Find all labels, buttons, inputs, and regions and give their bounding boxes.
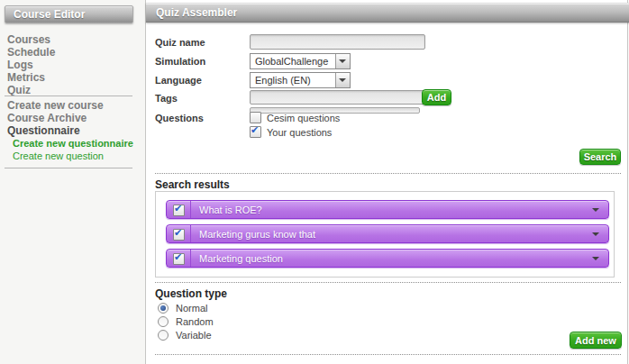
sidebar-nav: Courses Schedule Logs Metrics Quiz <box>7 34 55 97</box>
question-type-label-random: Random <box>176 316 214 327</box>
question-title: What is ROE? <box>199 205 262 215</box>
divider <box>155 354 621 355</box>
question-type-heading: Question type <box>155 287 227 300</box>
divider <box>155 173 621 174</box>
sidebar-item-courses[interactable]: Courses <box>7 34 55 46</box>
quiz-assembler-panel: Quiz Assembler Quiz name Simulation Glob… <box>145 0 628 364</box>
sidebar-item-create-new-course[interactable]: Create new course <box>7 100 133 112</box>
search-results-heading: Search results <box>155 178 230 191</box>
question-type-radio-variable[interactable] <box>158 330 169 341</box>
simulation-selected-value: GlobalChallenge <box>255 54 328 68</box>
language-label: Language <box>155 75 202 86</box>
question-checkbox[interactable]: ✔ <box>173 205 185 216</box>
question-checkbox[interactable]: ✔ <box>173 253 185 265</box>
simulation-select[interactable]: GlobalChallenge <box>250 53 351 69</box>
sidebar-item-schedule[interactable]: Schedule <box>7 47 55 59</box>
expand-arrow-icon[interactable] <box>592 257 599 260</box>
sidebar-link-create-new-questionnaire[interactable]: Create new questionnaire <box>13 138 133 150</box>
page-title: Quiz Assembler <box>146 3 629 23</box>
sidebar: Course Editor Courses Schedule Logs Metr… <box>0 0 145 364</box>
sidebar-item-questionnaire[interactable]: Questionnaire <box>7 125 133 137</box>
add-tag-button[interactable]: Add <box>422 89 451 105</box>
question-type-label-variable: Variable <box>176 330 212 341</box>
question-row[interactable]: ✔ Marketing gurus know that <box>166 224 609 243</box>
sidebar-item-metrics[interactable]: Metrics <box>7 72 55 84</box>
check-icon: ✔ <box>174 203 182 214</box>
questions-label: Questions <box>155 113 204 123</box>
quiz-name-label: Quiz name <box>155 37 205 48</box>
question-row[interactable]: ✔ What is ROE? <box>166 200 609 219</box>
search-button[interactable]: Search <box>579 149 621 165</box>
tags-input[interactable] <box>250 90 425 105</box>
page: Course Editor Courses Schedule Logs Metr… <box>0 0 629 364</box>
question-row[interactable]: ✔ Marketing question <box>166 249 609 268</box>
simulation-label: Simulation <box>155 56 205 67</box>
chevron-down-icon <box>335 73 350 87</box>
tags-label: Tags <box>155 93 178 104</box>
sidebar-nav-secondary: Create new course Course Archive Questio… <box>7 100 133 163</box>
question-type-label-normal: Normal <box>176 303 207 314</box>
sidebar-divider <box>5 96 132 96</box>
expand-arrow-icon[interactable] <box>592 232 599 236</box>
sidebar-divider <box>5 168 132 168</box>
cesim-questions-label: Cesim questions <box>267 113 340 123</box>
your-questions-label: Your questions <box>267 127 332 138</box>
question-type-radio-normal[interactable] <box>158 303 169 314</box>
cesim-questions-checkbox[interactable]: ✔ <box>250 112 261 123</box>
check-icon: ✔ <box>174 227 182 239</box>
divider <box>155 282 621 283</box>
add-new-button[interactable]: Add new <box>570 332 622 349</box>
question-type-radio-random[interactable] <box>158 316 169 327</box>
question-checkbox[interactable]: ✔ <box>173 229 185 241</box>
sidebar-link-create-new-question[interactable]: Create new question <box>13 150 133 162</box>
quiz-name-input[interactable] <box>250 34 425 50</box>
sidebar-item-logs[interactable]: Logs <box>7 59 55 71</box>
question-title: Marketing question <box>199 253 283 264</box>
expand-arrow-icon[interactable] <box>592 208 599 212</box>
chevron-down-icon <box>335 54 350 68</box>
question-title: Marketing gurus know that <box>199 229 315 240</box>
sidebar-item-course-archive[interactable]: Course Archive <box>7 113 133 124</box>
check-icon: ✔ <box>174 251 182 263</box>
your-questions-checkbox[interactable]: ✔ <box>250 126 261 138</box>
language-selected-value: English (EN) <box>255 73 311 87</box>
check-icon: ✔ <box>251 124 259 136</box>
search-results-box: ✔ What is ROE? ✔ Marketing gurus know th… <box>155 191 615 278</box>
language-select[interactable]: English (EN) <box>250 72 351 88</box>
sidebar-title: Course Editor <box>5 5 133 23</box>
